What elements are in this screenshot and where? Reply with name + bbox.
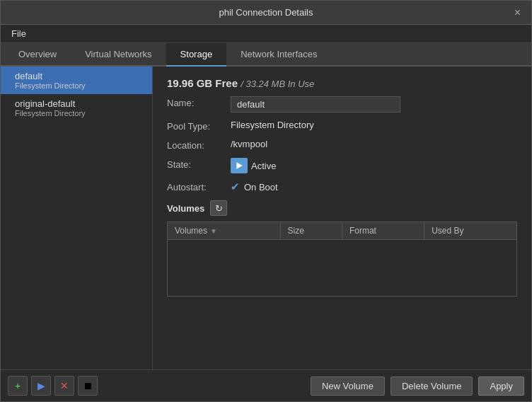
autostart-check-icon: ✔: [231, 180, 240, 193]
tab-storage[interactable]: Storage: [166, 43, 227, 67]
col-volumes-label: Volumes: [175, 226, 207, 236]
col-format: Format: [342, 222, 424, 240]
play-button[interactable]: ▶: [31, 376, 51, 396]
name-input[interactable]: [231, 96, 400, 113]
state-label: State:: [167, 158, 231, 170]
volumes-label: Volumes: [167, 203, 204, 214]
sidebar-item-default-sub: Filesystem Directory: [15, 81, 145, 90]
table-header-row: Volumes ▼ Size Format Used By: [168, 222, 517, 240]
name-row: Name:: [167, 96, 517, 113]
refresh-volumes-button[interactable]: ↻: [210, 200, 227, 216]
location-value: /kvmpool: [231, 139, 267, 149]
content-area: default Filesystem Directory original-de…: [1, 67, 531, 369]
close-button[interactable]: ×: [511, 6, 524, 20]
volumes-table: Volumes ▼ Size Format Used By: [167, 222, 517, 297]
storage-size-value: 19.96 GB Free / 33.24 MB In Use: [167, 77, 314, 89]
pool-type-row: Pool Type: Filesystem Directory: [167, 120, 517, 132]
sidebar: default Filesystem Directory original-de…: [1, 67, 153, 369]
name-label: Name:: [167, 96, 231, 108]
main-detail: 19.96 GB Free / 33.24 MB In Use Name: Po…: [153, 67, 531, 369]
file-menu[interactable]: File: [8, 27, 30, 40]
col-volumes: Volumes ▼: [168, 222, 281, 240]
new-volume-button[interactable]: New Volume: [311, 377, 385, 396]
stop-button[interactable]: ⏹: [78, 376, 98, 396]
window-title: phil Connection Details: [219, 7, 313, 18]
tab-bar: Overview Virtual Networks Storage Networ…: [1, 43, 531, 67]
play-triangle-icon: [235, 161, 243, 170]
autostart-value: ✔ On Boot: [231, 180, 278, 193]
autostart-row: Autostart: ✔ On Boot: [167, 180, 517, 193]
sidebar-item-original-title: original-default: [15, 98, 145, 109]
state-text: Active: [251, 161, 276, 171]
menubar: File: [1, 25, 531, 43]
col-size: Size: [280, 222, 342, 240]
svg-marker-0: [236, 162, 242, 169]
footer: + ▶ ✕ ⏹ New Volume Delete Volume Apply: [1, 369, 531, 401]
pool-type-label: Pool Type:: [167, 120, 231, 132]
sort-arrow-icon: ▼: [210, 227, 217, 235]
state-value: Active: [231, 158, 276, 173]
table-empty-row: [168, 240, 517, 297]
sidebar-item-original-default[interactable]: original-default Filesystem Directory: [1, 94, 152, 122]
col-used-by: Used By: [424, 222, 517, 240]
in-use-text: / 33.24 MB In Use: [241, 79, 314, 89]
delete-button[interactable]: ✕: [54, 376, 74, 396]
pool-type-value: Filesystem Directory: [231, 120, 314, 130]
location-row: Location: /kvmpool: [167, 139, 517, 151]
storage-size-row: 19.96 GB Free / 33.24 MB In Use: [167, 77, 517, 89]
autostart-label: Autostart:: [167, 180, 231, 193]
state-row: State: Active: [167, 158, 517, 173]
add-button[interactable]: +: [8, 376, 28, 396]
footer-left-buttons: + ▶ ✕ ⏹: [8, 376, 98, 396]
sidebar-item-original-sub: Filesystem Directory: [15, 109, 145, 117]
main-window: phil Connection Details × File Overview …: [0, 0, 532, 402]
titlebar: phil Connection Details ×: [1, 1, 531, 25]
footer-right-buttons: New Volume Delete Volume Apply: [311, 377, 524, 396]
free-size-text: 19.96 GB Free: [167, 77, 238, 89]
tab-overview[interactable]: Overview: [4, 43, 71, 67]
sidebar-item-default[interactable]: default Filesystem Directory: [1, 67, 152, 94]
autostart-text: On Boot: [244, 182, 278, 193]
volumes-table-body: [168, 240, 517, 297]
active-state-icon: [231, 158, 248, 173]
location-label: Location:: [167, 139, 231, 151]
delete-volume-button[interactable]: Delete Volume: [391, 377, 473, 396]
sidebar-item-default-title: default: [15, 71, 145, 81]
tab-network-interfaces[interactable]: Network Interfaces: [226, 43, 331, 67]
apply-button[interactable]: Apply: [478, 377, 524, 396]
empty-cell: [168, 240, 517, 297]
tab-virtual-networks[interactable]: Virtual Networks: [71, 43, 166, 67]
volumes-header: Volumes ↻: [167, 200, 517, 216]
